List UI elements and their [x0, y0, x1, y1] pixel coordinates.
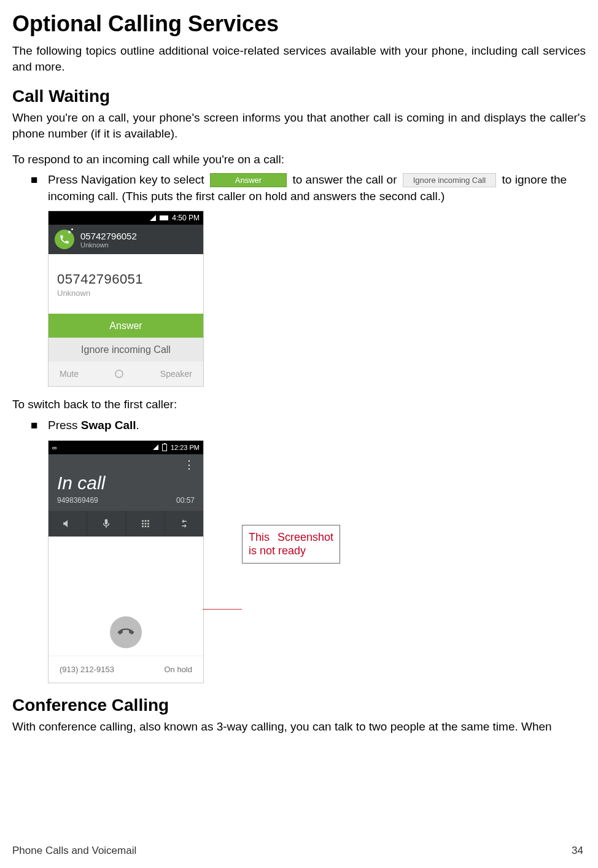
svg-point-4: [144, 522, 146, 524]
home-icon[interactable]: [115, 370, 123, 378]
ongoing-number: 05742796052: [80, 231, 137, 241]
swap-call-icon[interactable]: [165, 511, 203, 537]
text-segment: to answer the call or: [292, 173, 400, 186]
status-time: 12:23 PM: [171, 444, 200, 451]
svg-point-5: [147, 522, 149, 524]
call-body-area: [49, 537, 203, 656]
answer-button-inline: Answer: [210, 173, 287, 187]
incoming-sub: Unknown: [57, 289, 195, 298]
overflow-menu-icon[interactable]: ⋮: [49, 454, 203, 471]
status-bar: 4:50 PM: [49, 211, 203, 225]
in-call-title: In call: [49, 471, 203, 495]
swap-call-bold: Swap Call: [81, 419, 136, 432]
screenshot-incoming-call: 4:50 PM 05742796052 Unknown 05742796051 …: [48, 211, 586, 387]
text-segment: Press: [48, 419, 81, 432]
bottom-toolbar: Mute Speaker: [49, 362, 203, 386]
text-segment: .: [136, 419, 139, 432]
footer-section-title: Phone Calls and Voicemail: [12, 845, 136, 857]
svg-point-3: [142, 522, 144, 524]
conference-intro: With conference calling, also known as 3…: [12, 719, 586, 735]
hold-number: (913) 212-9153: [60, 665, 114, 674]
respond-instruction: To respond to an incoming call while you…: [12, 152, 586, 168]
footer-page-number: 34: [572, 845, 583, 857]
incoming-number: 05742796051: [57, 271, 195, 287]
signal-icon: [150, 215, 156, 221]
svg-point-7: [144, 525, 146, 527]
annotation-note: This Screenshot is not ready: [242, 525, 340, 564]
heading-call-waiting: Call Waiting: [12, 87, 586, 106]
annotation-leader-line: [203, 609, 242, 610]
active-number: 9498369469: [57, 496, 98, 505]
end-call-button[interactable]: [110, 616, 142, 648]
intro-paragraph: The following topics outline additional …: [12, 43, 586, 74]
speaker-icon[interactable]: [49, 511, 87, 537]
screenshot-in-call-wrapper: ∞ 12:23 PM ⋮ In call 9498369469 00:57: [48, 440, 586, 683]
ignore-incoming-call-button[interactable]: Ignore incoming Call: [49, 338, 203, 362]
incoming-caller-area: 05742796051 Unknown: [49, 254, 203, 314]
svg-point-2: [147, 520, 149, 522]
bullet-marker: ■: [31, 172, 48, 188]
answer-button[interactable]: Answer: [49, 314, 203, 338]
mute-label[interactable]: Mute: [60, 369, 79, 379]
in-call-toolbar: [49, 511, 203, 537]
screenshot-in-call: ∞ 12:23 PM ⋮ In call 9498369469 00:57: [48, 440, 204, 683]
phone-active-icon: [55, 230, 74, 249]
svg-point-6: [142, 525, 144, 527]
speaker-label[interactable]: Speaker: [160, 369, 192, 379]
bullet-respond: ■ Press Navigation key to select Answer …: [31, 172, 586, 204]
status-time: 4:50 PM: [172, 214, 200, 222]
text-segment: Press Navigation key to select: [48, 173, 208, 186]
svg-point-1: [144, 520, 146, 522]
ongoing-sub: Unknown: [80, 241, 137, 249]
battery-icon: [162, 444, 167, 451]
svg-point-8: [147, 525, 149, 527]
ongoing-call-banner: 05742796052 Unknown: [49, 225, 203, 254]
voicemail-icon: ∞: [52, 444, 57, 451]
call-timer: 00:57: [176, 496, 195, 505]
ignore-button-inline: Ignore incoming Call: [403, 173, 497, 187]
switch-instruction: To switch back to the first caller:: [12, 397, 586, 413]
svg-point-0: [142, 520, 144, 522]
page-footer: Phone Calls and Voicemail 34: [12, 845, 583, 857]
bullet-respond-text: Press Navigation key to select Answer to…: [48, 172, 586, 204]
heading-optional-calling-services: Optional Calling Services: [12, 11, 586, 37]
bullet-marker: ■: [31, 417, 48, 434]
signal-icon: [153, 444, 158, 450]
document-page: Optional Calling Services The following …: [0, 0, 598, 868]
bullet-swap: ■ Press Swap Call.: [31, 417, 586, 434]
bullet-swap-text: Press Swap Call.: [48, 417, 586, 434]
mute-icon[interactable]: [87, 511, 126, 537]
battery-icon: [160, 215, 168, 220]
call-waiting-intro: When you're on a call, your phone's scre…: [12, 110, 586, 141]
hold-label: On hold: [164, 665, 192, 674]
hold-bar: (913) 212-9153 On hold: [49, 656, 203, 683]
heading-conference-calling: Conference Calling: [12, 696, 586, 715]
dialpad-icon[interactable]: [126, 511, 165, 537]
status-bar: ∞ 12:23 PM: [49, 441, 203, 454]
